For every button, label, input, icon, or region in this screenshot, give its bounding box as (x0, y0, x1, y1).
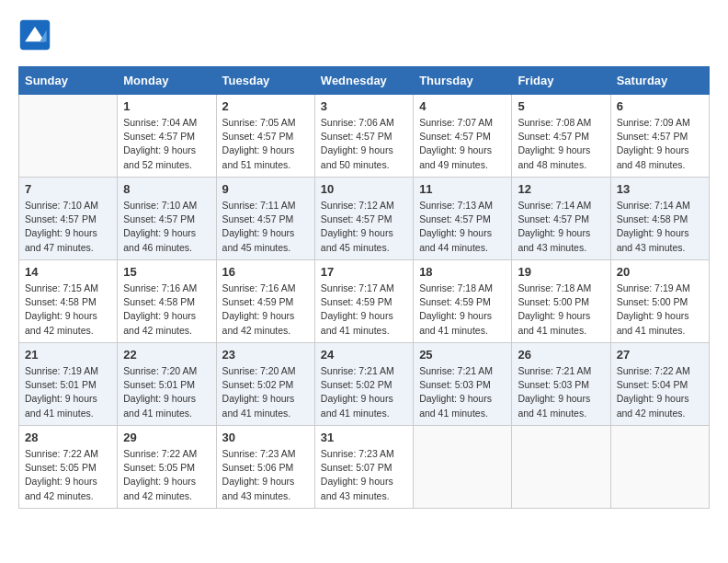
calendar-cell: 3Sunrise: 7:06 AMSunset: 4:57 PMDaylight… (314, 95, 413, 178)
day-info: Sunrise: 7:21 AMSunset: 5:03 PMDaylight:… (518, 364, 604, 420)
header-tuesday: Tuesday (216, 67, 314, 95)
calendar-cell: 24Sunrise: 7:21 AMSunset: 5:02 PMDayligh… (314, 343, 413, 426)
day-number: 9 (222, 182, 309, 196)
day-number: 10 (321, 182, 407, 196)
day-number: 4 (419, 99, 506, 113)
day-number: 29 (123, 431, 210, 444)
day-info: Sunrise: 7:20 AMSunset: 5:01 PMDaylight:… (123, 364, 210, 420)
day-info: Sunrise: 7:22 AMSunset: 5:04 PMDaylight:… (617, 364, 703, 420)
day-number: 21 (25, 348, 111, 362)
calendar-cell: 22Sunrise: 7:20 AMSunset: 5:01 PMDayligh… (118, 343, 216, 426)
header-saturday: Saturday (610, 67, 709, 95)
day-number: 15 (123, 265, 210, 279)
day-info: Sunrise: 7:14 AMSunset: 4:57 PMDaylight:… (518, 199, 604, 255)
calendar-cell: 2Sunrise: 7:05 AMSunset: 4:57 PMDaylight… (216, 95, 314, 178)
logo-icon (18, 18, 51, 52)
day-info: Sunrise: 7:18 AMSunset: 5:00 PMDaylight:… (518, 282, 604, 338)
calendar-week-row: 14Sunrise: 7:15 AMSunset: 4:58 PMDayligh… (19, 260, 710, 343)
day-info: Sunrise: 7:14 AMSunset: 4:58 PMDaylight:… (617, 199, 703, 255)
calendar-cell: 25Sunrise: 7:21 AMSunset: 5:03 PMDayligh… (414, 343, 512, 426)
calendar-cell: 21Sunrise: 7:19 AMSunset: 5:01 PMDayligh… (19, 343, 118, 426)
day-number: 1 (123, 99, 210, 113)
calendar-week-row: 21Sunrise: 7:19 AMSunset: 5:01 PMDayligh… (19, 343, 710, 426)
day-number: 3 (321, 99, 407, 113)
page-header (18, 18, 710, 52)
calendar-cell (19, 95, 118, 178)
day-number: 26 (518, 348, 604, 362)
header-friday: Friday (512, 67, 610, 95)
header-monday: Monday (118, 67, 216, 95)
calendar-cell: 14Sunrise: 7:15 AMSunset: 4:58 PMDayligh… (19, 260, 118, 343)
day-info: Sunrise: 7:22 AMSunset: 5:05 PMDaylight:… (123, 447, 210, 503)
day-info: Sunrise: 7:07 AMSunset: 4:57 PMDaylight:… (419, 116, 506, 172)
day-info: Sunrise: 7:19 AMSunset: 5:01 PMDaylight:… (25, 364, 111, 420)
day-info: Sunrise: 7:17 AMSunset: 4:59 PMDaylight:… (321, 282, 407, 338)
calendar-body: 1Sunrise: 7:04 AMSunset: 4:57 PMDaylight… (19, 95, 710, 509)
calendar-cell: 7Sunrise: 7:10 AMSunset: 4:57 PMDaylight… (19, 178, 118, 260)
calendar-week-row: 28Sunrise: 7:22 AMSunset: 5:05 PMDayligh… (19, 426, 710, 509)
day-info: Sunrise: 7:12 AMSunset: 4:57 PMDaylight:… (321, 199, 407, 255)
day-info: Sunrise: 7:04 AMSunset: 4:57 PMDaylight:… (123, 116, 210, 172)
day-number: 12 (518, 182, 604, 196)
day-number: 2 (222, 99, 309, 113)
day-number: 6 (617, 99, 703, 113)
calendar-cell: 18Sunrise: 7:18 AMSunset: 4:59 PMDayligh… (414, 260, 512, 343)
calendar-table: SundayMondayTuesdayWednesdayThursdayFrid… (18, 66, 710, 509)
calendar-cell: 29Sunrise: 7:22 AMSunset: 5:05 PMDayligh… (118, 426, 216, 509)
calendar-cell: 6Sunrise: 7:09 AMSunset: 4:57 PMDaylight… (610, 95, 709, 178)
day-number: 13 (617, 182, 703, 196)
calendar-week-row: 1Sunrise: 7:04 AMSunset: 4:57 PMDaylight… (19, 95, 710, 178)
header-wednesday: Wednesday (314, 67, 413, 95)
calendar-cell: 10Sunrise: 7:12 AMSunset: 4:57 PMDayligh… (314, 178, 413, 260)
day-number: 8 (123, 182, 210, 196)
day-number: 14 (25, 265, 111, 279)
calendar-cell (512, 426, 610, 509)
day-number: 23 (222, 348, 309, 362)
calendar-cell: 11Sunrise: 7:13 AMSunset: 4:57 PMDayligh… (414, 178, 512, 260)
header-sunday: Sunday (19, 67, 118, 95)
day-info: Sunrise: 7:20 AMSunset: 5:02 PMDaylight:… (222, 364, 309, 420)
day-number: 5 (518, 99, 604, 113)
calendar-cell: 23Sunrise: 7:20 AMSunset: 5:02 PMDayligh… (216, 343, 314, 426)
day-number: 25 (419, 348, 506, 362)
calendar-cell: 8Sunrise: 7:10 AMSunset: 4:57 PMDaylight… (118, 178, 216, 260)
day-info: Sunrise: 7:05 AMSunset: 4:57 PMDaylight:… (222, 116, 309, 172)
day-info: Sunrise: 7:23 AMSunset: 5:07 PMDaylight:… (321, 447, 407, 503)
day-number: 28 (25, 431, 111, 444)
day-info: Sunrise: 7:09 AMSunset: 4:57 PMDaylight:… (617, 116, 703, 172)
day-info: Sunrise: 7:11 AMSunset: 4:57 PMDaylight:… (222, 199, 309, 255)
day-number: 22 (123, 348, 210, 362)
day-info: Sunrise: 7:16 AMSunset: 4:58 PMDaylight:… (123, 282, 210, 338)
day-info: Sunrise: 7:10 AMSunset: 4:57 PMDaylight:… (25, 199, 111, 255)
day-number: 18 (419, 265, 506, 279)
calendar-cell: 1Sunrise: 7:04 AMSunset: 4:57 PMDaylight… (118, 95, 216, 178)
day-info: Sunrise: 7:18 AMSunset: 4:59 PMDaylight:… (419, 282, 506, 338)
day-info: Sunrise: 7:21 AMSunset: 5:02 PMDaylight:… (321, 364, 407, 420)
calendar-cell (610, 426, 709, 509)
day-info: Sunrise: 7:22 AMSunset: 5:05 PMDaylight:… (25, 447, 111, 503)
day-info: Sunrise: 7:19 AMSunset: 5:00 PMDaylight:… (617, 282, 703, 338)
calendar-cell: 26Sunrise: 7:21 AMSunset: 5:03 PMDayligh… (512, 343, 610, 426)
day-number: 17 (321, 265, 407, 279)
logo (18, 18, 57, 52)
calendar-cell: 13Sunrise: 7:14 AMSunset: 4:58 PMDayligh… (610, 178, 709, 260)
day-number: 30 (222, 431, 309, 444)
day-number: 31 (321, 431, 407, 444)
calendar-cell: 28Sunrise: 7:22 AMSunset: 5:05 PMDayligh… (19, 426, 118, 509)
day-info: Sunrise: 7:13 AMSunset: 4:57 PMDaylight:… (419, 199, 506, 255)
calendar-cell: 17Sunrise: 7:17 AMSunset: 4:59 PMDayligh… (314, 260, 413, 343)
calendar-cell: 27Sunrise: 7:22 AMSunset: 5:04 PMDayligh… (610, 343, 709, 426)
day-info: Sunrise: 7:16 AMSunset: 4:59 PMDaylight:… (222, 282, 309, 338)
calendar-cell: 20Sunrise: 7:19 AMSunset: 5:00 PMDayligh… (610, 260, 709, 343)
calendar-cell: 5Sunrise: 7:08 AMSunset: 4:57 PMDaylight… (512, 95, 610, 178)
day-number: 20 (617, 265, 703, 279)
day-info: Sunrise: 7:10 AMSunset: 4:57 PMDaylight:… (123, 199, 210, 255)
calendar-cell: 15Sunrise: 7:16 AMSunset: 4:58 PMDayligh… (118, 260, 216, 343)
calendar-header-row: SundayMondayTuesdayWednesdayThursdayFrid… (19, 67, 710, 95)
day-number: 27 (617, 348, 703, 362)
day-info: Sunrise: 7:15 AMSunset: 4:58 PMDaylight:… (25, 282, 111, 338)
day-number: 7 (25, 182, 111, 196)
day-number: 24 (321, 348, 407, 362)
header-thursday: Thursday (414, 67, 512, 95)
calendar-cell: 19Sunrise: 7:18 AMSunset: 5:00 PMDayligh… (512, 260, 610, 343)
